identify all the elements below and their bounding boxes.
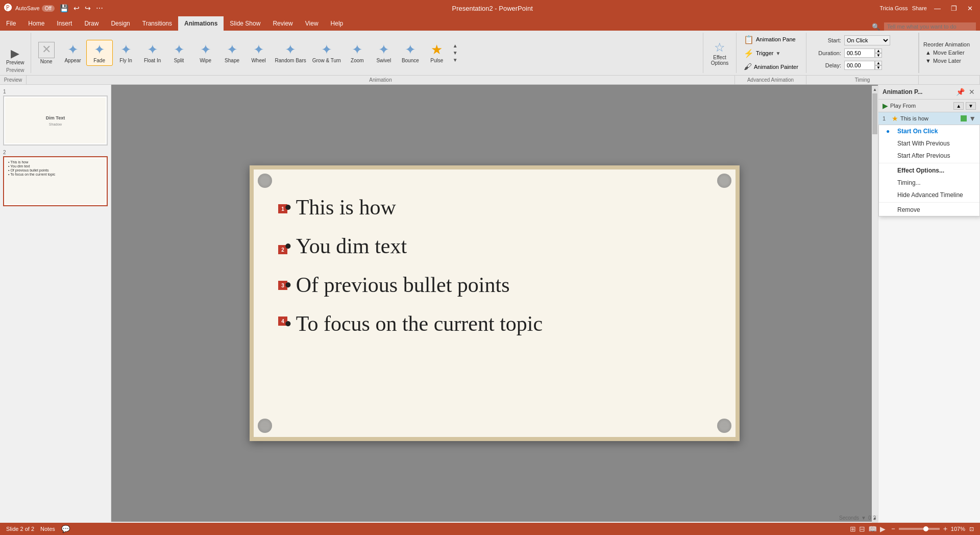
zoom-out-btn[interactable]: － [890,524,897,533]
anim-none[interactable]: ✕ None [33,40,60,66]
share-btn[interactable]: Share [912,5,927,11]
fly-in-label: Fly In [119,58,132,63]
tab-help[interactable]: Help [325,16,350,31]
move-later-btn[interactable]: ▼ Move Later [923,57,976,65]
pane-nav-down[interactable]: ▼ [966,102,976,110]
anim-shape[interactable]: ✦ Shape [219,40,246,65]
scroll-up-arrow[interactable]: ▲ [872,86,878,93]
anim-swivel[interactable]: ✦ Swivel [371,40,397,65]
anim-appear[interactable]: ✦ Appear [60,40,86,65]
undo-icon[interactable]: ↩ [71,3,82,13]
gallery-more[interactable]: ▼ [451,57,459,63]
comments-icon: 💬 [61,525,70,533]
bullet-text-4: To focus on the current topic [296,311,543,336]
preview-group: ▶ Preview Preview [0,33,31,73]
anim-split[interactable]: ✦ Split [166,40,192,65]
tab-slideshow[interactable]: Slide Show [224,16,266,31]
seconds-dropdown[interactable]: ▼ [861,515,866,521]
duration-value: 00.50 [844,48,875,58]
delay-up[interactable]: ▲ [875,61,882,65]
delay-down[interactable]: ▼ [875,65,882,70]
play-from-label: Play From [890,103,916,109]
random-bars-icon: ✦ [285,42,296,57]
duration-spinner[interactable]: ▲ ▼ [875,48,882,58]
anim-zoom[interactable]: ✦ Zoom [344,40,371,65]
slide-2-b4: • To focus on the current topic [8,173,103,176]
pane-close-btn[interactable]: ✕ [968,88,976,96]
delay-spinner[interactable]: ▲ ▼ [875,61,882,70]
fit-page-btn[interactable]: ⊡ [969,526,974,532]
anim-random-bars[interactable]: ✦ Random Bars [272,40,309,65]
bullet-text-2: You dim text [296,234,407,258]
trigger-btn[interactable]: ⚡ Trigger ▼ [741,47,802,60]
maximize-btn[interactable]: ❐ [948,4,960,13]
pane-nav-up[interactable]: ▲ [953,102,964,110]
gallery-up[interactable]: ▲ [451,42,459,49]
anim-bounce[interactable]: ✦ Bounce [397,40,424,65]
animation-painter-btn[interactable]: 🖌 Animation Painter [741,61,802,73]
preview-btn[interactable]: ▶ Preview [4,47,27,66]
more-icon[interactable]: ⋯ [94,3,105,13]
presenter-view-icon[interactable]: ▶ [880,525,886,533]
ctx-effect-options[interactable]: Effect Options... [879,164,979,177]
anim-grow-turn[interactable]: ✦ Grow & Turn [309,40,344,65]
anim-wipe[interactable]: ✦ Wipe [192,40,219,65]
trigger-label: Trigger [756,50,773,56]
save-icon[interactable]: 💾 [58,3,70,13]
slide-2-thumb[interactable]: • This is how • You dim text • Of previo… [3,156,108,206]
autosave-toggle[interactable]: Off [42,5,55,12]
tab-animations[interactable]: Animations [178,16,224,31]
zoom-in-btn[interactable]: ＋ [942,524,949,533]
slide-1-thumb[interactable]: Dim Text Shadow [3,95,108,145]
anim-wheel[interactable]: ✦ Wheel [246,40,272,65]
zoom-slider-track[interactable] [899,528,940,530]
tab-design[interactable]: Design [105,16,136,31]
reading-view-icon[interactable]: 📖 [868,525,877,533]
move-later-icon: ▼ [925,58,931,64]
tab-transitions[interactable]: Transitions [136,16,178,31]
undo-redo: 💾 ↩ ↪ ⋯ [58,3,105,13]
redo-icon[interactable]: ↪ [83,3,93,13]
tab-home[interactable]: Home [22,16,51,31]
anim-item-dropdown[interactable]: ▼ [969,114,976,123]
tab-draw[interactable]: Draw [78,16,105,31]
user-name: Tricia Goss [879,5,908,11]
ctx-remove[interactable]: Remove [879,204,979,216]
notes-btn[interactable]: Notes [40,526,55,532]
normal-view-icon[interactable]: ⊞ [850,525,856,533]
ctx-timing[interactable]: Timing... [879,177,979,189]
close-btn[interactable]: ✕ [964,4,976,13]
anim-fade[interactable]: ✦ Fade [86,40,113,66]
scroll-thumb[interactable] [872,93,877,134]
pane-pin-btn[interactable]: 📌 [955,88,966,96]
title-bar-left: 🅟 AutoSave Off 💾 ↩ ↪ ⋯ [4,3,105,13]
anim-pulse[interactable]: ★ Pulse [424,40,450,65]
gallery-down[interactable]: ▼ [451,50,459,56]
anim-list-item-1[interactable]: 1 ★ This is how ▼ [878,112,980,125]
tab-insert[interactable]: Insert [51,16,78,31]
minimize-btn[interactable]: — [931,4,944,13]
ctx-start-with-prev[interactable]: Start With Previous [879,137,979,150]
move-earlier-btn[interactable]: ▲ Move Earlier [923,48,976,57]
slide-text-box[interactable]: • This is how • You dim text • Of previo… [284,195,705,411]
float-in-label: Float In [144,58,161,63]
ctx-start-on-click[interactable]: ● Start On Click [879,125,979,137]
pulse-label: Pulse [430,58,443,63]
duration-down[interactable]: ▼ [875,53,882,58]
slide-sorter-icon[interactable]: ⊟ [859,525,865,533]
ctx-start-after-prev[interactable]: Start After Previous [879,150,979,162]
zoom-icon: ✦ [352,42,363,57]
play-from-btn[interactable]: ▶ Play From ▲ ▼ [878,100,980,112]
start-dropdown[interactable]: On Click With Previous After Previous [844,35,890,45]
effect-options-btn[interactable]: ☆ EffectOptions [707,38,732,68]
tab-file[interactable]: File [0,16,22,31]
title-bar: 🅟 AutoSave Off 💾 ↩ ↪ ⋯ Presentation2 - P… [0,0,980,16]
tab-view[interactable]: View [299,16,325,31]
anim-fly-in[interactable]: ✦ Fly In [113,40,139,65]
anim-float-in[interactable]: ✦ Float In [139,40,166,65]
tab-review[interactable]: Review [266,16,299,31]
duration-up[interactable]: ▲ [875,48,882,53]
animation-pane-btn[interactable]: 📋 Animation Pane [741,33,802,46]
ctx-hide-timeline[interactable]: Hide Advanced Timeline [879,189,979,201]
search-input[interactable] [884,22,976,31]
